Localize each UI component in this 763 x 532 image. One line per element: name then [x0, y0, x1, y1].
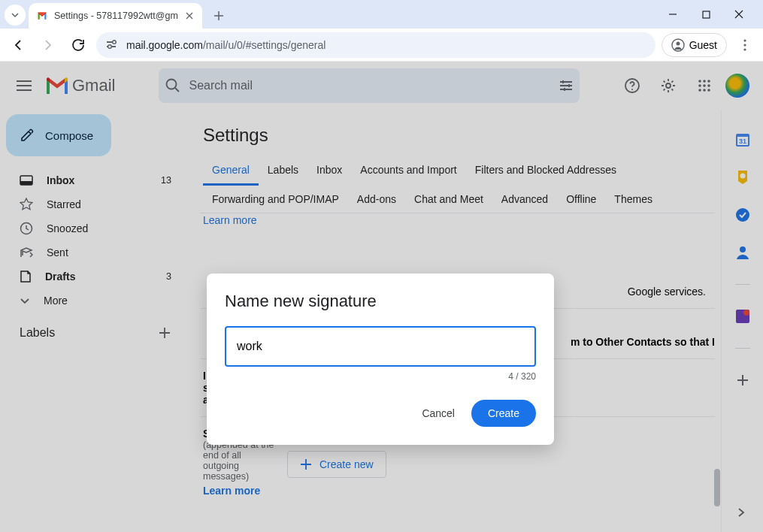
svg-point-6: [676, 41, 680, 45]
labels-heading: Labels: [20, 326, 55, 340]
tab-accounts-and-import[interactable]: Accounts and Import: [351, 156, 465, 186]
inbox-icon: [20, 175, 33, 186]
svg-point-19: [707, 84, 710, 87]
cancel-button[interactable]: Cancel: [411, 401, 465, 425]
svg-point-29: [740, 174, 745, 179]
browser-toolbar: mail.google.com/mail/u/0/#settings/gener…: [0, 29, 763, 62]
create-new-signature-button[interactable]: Create new: [287, 451, 386, 478]
learn-more-link[interactable]: Learn more: [203, 214, 257, 226]
tab-advanced[interactable]: Advanced: [492, 186, 557, 213]
tab-search-button[interactable]: [5, 5, 26, 26]
browser-tab[interactable]: Settings - 578117992wtt@gm: [29, 3, 202, 29]
svg-point-13: [666, 83, 671, 88]
tasks-icon[interactable]: [734, 206, 752, 224]
forward-button[interactable]: [36, 33, 60, 57]
tab-inbox[interactable]: Inbox: [307, 156, 351, 186]
gmail-favicon-icon: [36, 10, 48, 22]
keep-icon[interactable]: [734, 168, 752, 186]
new-tab-button[interactable]: [208, 5, 229, 26]
svg-point-15: [703, 80, 706, 83]
snoozed-icon: [20, 222, 33, 235]
svg-point-9: [743, 48, 746, 50]
sidebar-item-starred[interactable]: Starred: [6, 192, 182, 216]
tab-themes[interactable]: Themes: [605, 186, 662, 213]
sidebar: Compose Inbox13StarredSnoozedSentDrafts3…: [0, 110, 188, 532]
name-signature-dialog: Name new signature 4 / 320 Cancel Create: [207, 274, 554, 445]
tab-offline[interactable]: Offline: [557, 186, 605, 213]
char-count: 4 / 320: [225, 371, 536, 382]
svg-point-14: [698, 80, 701, 83]
search-bar[interactable]: Search mail: [159, 68, 580, 103]
svg-point-12: [631, 89, 633, 90]
app-header: Gmail Search mail: [0, 62, 763, 110]
browser-menu-button[interactable]: [733, 33, 757, 57]
sidebar-item-more[interactable]: More: [6, 289, 182, 313]
svg-rect-24: [20, 181, 32, 185]
search-options-icon[interactable]: [559, 79, 574, 92]
tab-chat-and-meet[interactable]: Chat and Meet: [405, 186, 492, 213]
tab-close-button[interactable]: [184, 11, 195, 21]
svg-text:31: 31: [738, 138, 746, 145]
browser-tab-strip: Settings - 578117992wtt@gm: [0, 0, 763, 29]
dialog-title: Name new signature: [225, 292, 536, 311]
scrollbar-thumb[interactable]: [714, 469, 720, 506]
signature-name-input[interactable]: [225, 326, 536, 367]
tab-title: Settings - 578117992wtt@gm: [54, 11, 178, 21]
side-panel-toggle[interactable]: [728, 500, 752, 524]
sidebar-item-sent[interactable]: Sent: [6, 240, 182, 264]
tab-forwarding-and-pop-imap[interactable]: Forwarding and POP/IMAP: [203, 186, 348, 213]
svg-point-7: [743, 39, 746, 41]
address-bar[interactable]: mail.google.com/mail/u/0/#settings/gener…: [96, 32, 656, 58]
svg-point-33: [743, 310, 749, 316]
reload-button[interactable]: [66, 33, 90, 57]
svg-point-22: [707, 89, 710, 92]
gmail-logo[interactable]: Gmail: [47, 76, 115, 95]
addon-icon[interactable]: [734, 307, 752, 325]
back-button[interactable]: [6, 33, 30, 57]
sidebar-item-inbox[interactable]: Inbox13: [6, 168, 182, 192]
support-button[interactable]: [617, 71, 647, 101]
search-placeholder: Search mail: [189, 79, 551, 92]
search-icon: [165, 77, 181, 94]
svg-point-8: [743, 44, 746, 46]
svg-point-20: [698, 89, 701, 92]
tab-labels[interactable]: Labels: [259, 156, 307, 186]
svg-point-31: [740, 246, 746, 252]
url-host: mail.google.com/mail/u/0/#settings/gener…: [126, 39, 325, 51]
contacts-icon[interactable]: [734, 243, 752, 261]
settings-tabs: GeneralLabelsInboxAccounts and ImportFil…: [200, 156, 715, 213]
add-label-button[interactable]: [158, 326, 171, 340]
side-panel: 31: [721, 110, 763, 532]
get-addons-button[interactable]: [734, 371, 752, 389]
svg-point-10: [167, 80, 177, 89]
compose-button[interactable]: Compose: [6, 114, 111, 156]
svg-point-30: [736, 208, 749, 222]
sent-icon: [20, 246, 33, 258]
signature-learn-more-link[interactable]: Learn more: [203, 485, 280, 497]
main-menu-button[interactable]: [8, 69, 41, 102]
plus-icon: [300, 458, 312, 470]
drafts-icon: [20, 270, 32, 283]
profile-chip[interactable]: Guest: [662, 33, 727, 57]
sidebar-item-snoozed[interactable]: Snoozed: [6, 216, 182, 240]
svg-point-17: [698, 84, 701, 87]
tab-filters-and-blocked-addresses[interactable]: Filters and Blocked Addresses: [466, 156, 625, 186]
maximize-button[interactable]: [695, 4, 716, 25]
sidebar-item-drafts[interactable]: Drafts3: [6, 264, 182, 289]
site-settings-icon: [107, 40, 119, 50]
apps-button[interactable]: [689, 71, 719, 101]
guest-icon: [671, 38, 685, 52]
app-name: Gmail: [72, 76, 115, 95]
svg-rect-0: [703, 11, 710, 18]
close-window-button[interactable]: [728, 4, 749, 25]
settings-button[interactable]: [653, 71, 683, 101]
minimize-button[interactable]: [662, 4, 683, 25]
tab-general[interactable]: General: [203, 156, 259, 186]
tab-add-ons[interactable]: Add-ons: [348, 186, 405, 213]
create-button[interactable]: Create: [471, 400, 536, 427]
window-controls: [662, 0, 758, 29]
account-avatar[interactable]: [725, 74, 749, 98]
svg-point-18: [703, 84, 706, 87]
calendar-icon[interactable]: 31: [734, 131, 752, 149]
svg-point-21: [703, 89, 706, 92]
